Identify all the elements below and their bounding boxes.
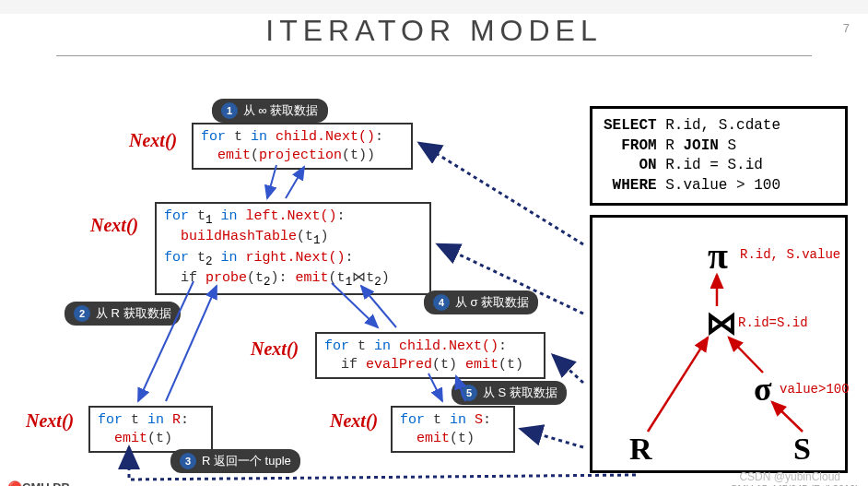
watermark: CSDN @yubinCloud [739,470,840,483]
sql-query-box: SELECT R.id, S.cdate FROM R JOIN S ON R.… [590,106,848,206]
annotation-bubble-2: 2从 R 获取数据 [65,302,181,326]
code-box-projection: for t in child.Next(): emit(projection(t… [192,123,413,170]
tree-s: S [793,432,811,467]
slide: 7 ITERATOR MODEL Next() Next() Next() Ne… [0,14,868,486]
tree-join-label: R.id=S.id [738,315,808,330]
code-box-scan-s: for t in S: emit(t) [391,406,515,453]
annotation-bubble-3: 3R 返回一个 tuple [170,449,300,473]
tree-join: ⋈ [706,304,737,341]
svg-line-14 [553,355,583,383]
footer-logo: 🔴CMU·DB [7,480,70,486]
next-label-1: Next() [129,130,177,151]
code-box-filter: for t in child.Next(): if evalPred(t) em… [315,332,545,379]
next-label-4: Next() [26,410,74,432]
tree-pi: π [708,234,728,278]
query-plan-tree: π R.id, S.value ⋈ R.id=S.id σ value>100 … [590,215,848,473]
annotation-bubble-4: 4从 σ 获取数据 [424,290,538,314]
svg-line-2 [729,338,763,373]
code-box-scan-r: for t in R: emit(t) [88,406,213,453]
svg-line-5 [286,167,304,198]
svg-line-3 [772,402,803,432]
page-title: ITERATOR MODEL [0,14,868,48]
next-label-2: Next() [90,215,138,236]
page-number: 7 [843,21,850,35]
svg-line-12 [419,143,583,244]
next-label-3: Next() [251,338,299,360]
tree-sigma: σ [754,370,772,409]
svg-line-15 [521,429,583,447]
annotation-bubble-5: 5从 S 获取数据 [452,381,567,405]
tree-r: R [629,432,652,467]
tree-sigma-label: value>100 [780,382,850,397]
code-box-hashjoin: for t1 in left.Next(): buildHashTable(t1… [155,202,431,295]
svg-line-6 [138,281,194,401]
annotation-bubble-1: 1从 ∞ 获取数据 [212,99,328,123]
tree-pi-label: R.id, S.value [740,247,840,262]
next-label-5: Next() [330,410,378,432]
title-rule [56,55,812,56]
svg-line-1 [648,338,708,432]
svg-line-4 [267,165,276,198]
